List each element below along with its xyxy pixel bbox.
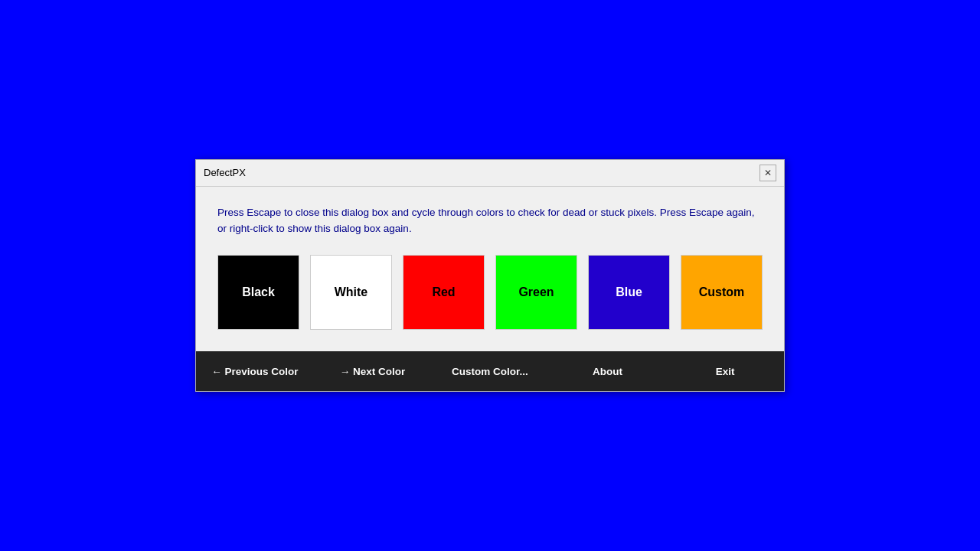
color-swatches: Black White Red Green Blue Custom [217,255,763,330]
swatch-blue[interactable]: Blue [588,255,670,330]
swatch-red[interactable]: Red [403,255,485,330]
swatch-green[interactable]: Green [495,255,577,330]
swatch-custom-label: Custom [699,285,745,299]
swatch-white-label: White [335,285,368,299]
title-bar: DefectPX ✕ [196,160,784,187]
swatch-black[interactable]: Black [217,255,299,330]
exit-button[interactable]: Exit [666,351,784,391]
close-button[interactable]: ✕ [760,165,776,181]
swatch-white[interactable]: White [310,255,392,330]
about-button[interactable]: About [549,351,667,391]
next-color-button[interactable]: → Next Color [314,351,432,391]
swatch-custom[interactable]: Custom [681,255,763,330]
swatch-blue-label: Blue [616,285,642,299]
prev-color-button[interactable]: ← Previous Color [196,351,314,391]
toolbar: ← Previous Color → Next Color Custom Col… [196,351,784,391]
swatch-black-label: Black [242,285,275,299]
custom-color-button[interactable]: Custom Color... [431,351,549,391]
main-dialog: DefectPX ✕ Press Escape to close this di… [195,159,785,393]
dialog-body: Press Escape to close this dialog box an… [196,187,784,352]
swatch-red-label: Red [432,285,455,299]
swatch-green-label: Green [518,285,554,299]
app-title: DefectPX [204,167,246,178]
instruction-text: Press Escape to close this dialog box an… [217,205,763,237]
